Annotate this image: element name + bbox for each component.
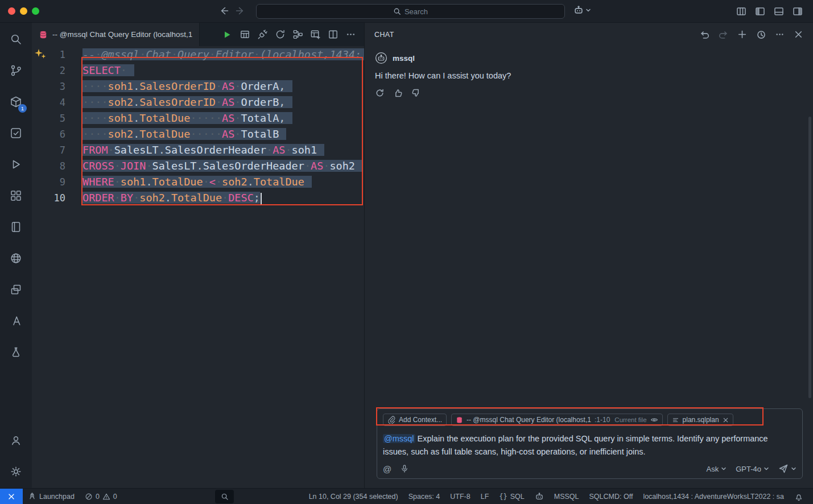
code-line[interactable]: ORDER·BY·soh2.TotalDue·DESC; [82,190,364,206]
code-line[interactable]: ····soh2.SalesOrderID·AS·OrderB, [82,94,364,110]
chat-scrollbar[interactable] [808,117,811,398]
estimated-plan-icon[interactable] [275,29,286,40]
code-line[interactable]: WHERE·soh1.TotalDue·<·soh2.TotalDue [82,174,364,190]
eol-setting[interactable]: LF [476,489,494,504]
code-line[interactable]: --·@mssql·Chat·Query·Editor·(localhost,1… [82,47,364,63]
sidebar-item-github[interactable] [0,242,32,274]
encoding-setting[interactable]: UTF-8 [445,489,475,504]
sqlcmd-status[interactable]: SQLCMD: Off [584,489,638,504]
more-actions-icon[interactable] [345,29,356,40]
thumbs-up-icon[interactable] [393,88,403,98]
sidebar-item-source-control[interactable] [0,55,32,86]
language-mode[interactable]: {}SQL [494,489,529,504]
context-chip-current-file[interactable]: -- @mssql Chat Query Editor (localhost,1… [451,414,663,426]
mssql-status[interactable]: MSSQL [549,489,584,504]
warning-triangle-icon [102,493,110,501]
maximize-window-button[interactable] [32,7,39,15]
code-line[interactable]: ····soh1.SalesOrderID·AS·OrderA, [82,79,364,94]
toggle-primary-sidebar-icon[interactable] [755,6,765,16]
copilot-robot-icon [573,5,584,15]
tab-bar: -- @mssql Chat Query Editor (localhost,1 [32,23,364,46]
microphone-icon[interactable] [400,464,409,473]
sidebar-item-package[interactable]: 1 [0,86,32,117]
chat-input-text[interactable]: @mssql Explain the execution plan for th… [383,432,785,458]
code-editor[interactable]: 12345678910 --·@mssql·Chat·Query·Editor·… [32,46,364,488]
chat-input-toolbar: @ Ask GPT-4o [383,464,797,474]
search-icon [9,32,23,46]
customize-layout-icon[interactable] [736,6,746,16]
mode-picker[interactable]: Ask [707,465,727,473]
mention-at-button[interactable]: @ [383,465,391,473]
code-line[interactable]: ····soh1.TotalDue·····AS·TotalA, [82,110,364,126]
close-icon[interactable] [794,30,803,39]
send-button[interactable] [778,464,797,474]
model-picker[interactable]: GPT-4o [736,465,769,473]
sidebar-item-search[interactable] [0,23,32,55]
problems-indicator[interactable]: 0 0 [80,489,122,504]
history-icon[interactable] [756,30,766,39]
chat-input-box[interactable]: Add Context... -- @mssql Chat Query Edit… [377,408,803,479]
tab-query-editor[interactable]: -- @mssql Chat Query Editor (localhost,1 [32,23,200,46]
sidebar-item-remote-explorer[interactable] [0,274,32,305]
launchpad-button[interactable]: Launchpad [23,489,80,504]
command-center-search[interactable]: Search [256,4,565,19]
zoom-indicator[interactable] [215,490,234,503]
sidebar-item-azure[interactable] [0,305,32,336]
notifications-bell[interactable] [789,489,808,504]
eye-icon[interactable] [650,416,658,424]
code-line[interactable]: FROM·SalesLT.SalesOrderHeader·AS·soh1 [82,142,364,158]
toggle-secondary-sidebar-icon[interactable] [793,6,803,16]
forward-arrow-icon[interactable] [236,6,246,16]
connection-status[interactable]: localhost,1434 : AdventureWorksLT2022 : … [638,489,789,504]
code-lines: --·@mssql·Chat·Query·Editor·(localhost,1… [82,47,364,488]
indentation-setting[interactable]: Spaces: 4 [403,489,445,504]
accounts-button[interactable] [0,424,32,456]
context-chip-plan-file[interactable]: plan.sqlplan [667,414,733,426]
add-context-button[interactable]: Add Context... [383,414,447,426]
toggle-panel-icon[interactable] [774,6,784,16]
schema-icon[interactable] [292,29,303,40]
undo-icon[interactable] [700,30,709,39]
code-line[interactable]: ····soh2.TotalDue·····AS·TotalB [82,126,364,142]
thumbs-down-icon[interactable] [411,88,421,98]
redo-icon[interactable] [719,30,728,39]
results-grid-icon[interactable] [240,29,250,40]
context-attachments: Add Context... -- @mssql Chat Query Edit… [383,412,797,427]
sidebar-item-run-debug[interactable] [0,148,32,180]
copilot-status[interactable] [530,489,549,504]
chat-input-area: Add Context... -- @mssql Chat Query Edit… [377,408,803,479]
sidebar-item-extensions[interactable] [0,180,32,211]
code-line[interactable]: CROSS·JOIN·SalesLT.SalesOrderHeader·AS·s… [82,158,364,174]
chat-panel-title: CHAT [374,31,394,39]
close-icon[interactable] [723,417,729,423]
copilot-sparkle-icon[interactable] [34,48,47,60]
back-arrow-icon[interactable] [218,6,229,16]
more-actions-icon[interactable] [775,30,785,39]
sidebar-item-notebook[interactable] [0,211,32,242]
run-query-button[interactable] [221,29,233,40]
regenerate-icon[interactable] [375,88,385,98]
line-number: 6 [32,126,82,142]
mention-chip[interactable]: @mssql [383,434,415,443]
sidebar-item-sql-projects[interactable] [0,336,32,367]
magnifier-icon [221,493,229,501]
sidebar-item-testing[interactable] [0,117,32,148]
minimize-window-button[interactable] [20,7,27,15]
paperclip-icon [387,416,395,424]
split-editor-icon[interactable] [328,29,339,40]
editor-gutter: 12345678910 [32,47,82,488]
close-window-button[interactable] [8,7,15,15]
copilot-menu-button[interactable] [573,5,591,15]
settings-button[interactable] [0,456,32,487]
source-control-icon [9,64,23,77]
code-line[interactable]: SELECT· [82,63,364,79]
line-number: 8 [32,158,82,174]
table-designer-icon[interactable] [310,29,321,40]
line-number: 9 [32,174,82,190]
account-icon [9,433,23,447]
cursor-position[interactable]: Ln 10, Col 29 (354 selected) [304,489,403,504]
connect-plug-icon[interactable] [257,29,268,40]
new-chat-icon[interactable] [737,30,747,39]
text-cursor [261,193,262,205]
remote-indicator[interactable] [0,489,23,504]
